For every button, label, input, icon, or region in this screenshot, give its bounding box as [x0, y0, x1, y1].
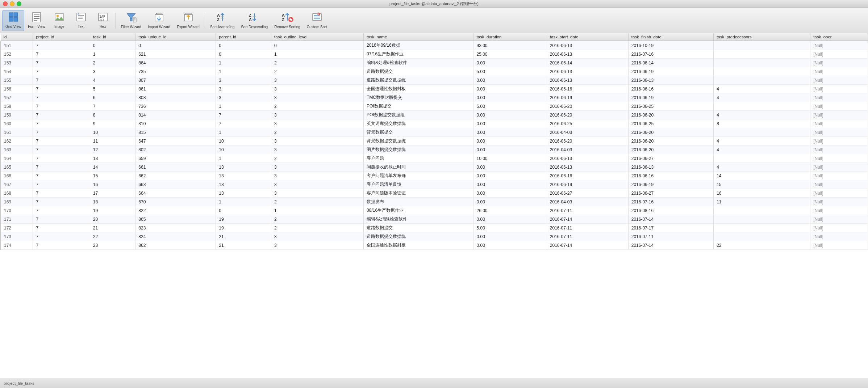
table-cell: 1 — [216, 102, 271, 111]
import-wizard-icon — [154, 12, 164, 24]
table-cell: 2016-06-20 — [547, 137, 628, 146]
table-cell: 162 — [1, 137, 33, 146]
table-cell: 全国连通性数据封板 — [364, 241, 473, 250]
toolbar-form-view[interactable]: Form View — [25, 10, 48, 31]
table-row[interactable]: 1557480733道路数据提交数据统0.002016-06-132016-06… — [1, 76, 868, 85]
close-button[interactable] — [3, 1, 8, 6]
table-cell: 0.00 — [473, 119, 547, 128]
remove-sorting-label: Remove Sorting — [274, 25, 300, 29]
table-cell: 7 — [33, 102, 90, 111]
table-row[interactable]: 165714661133问题接收的截止时间0.002016-06-132016-… — [1, 163, 868, 172]
toolbar-import-wizard[interactable]: Import Wizard — [145, 10, 173, 31]
toolbar-filter-wizard[interactable]: Filter Wizard — [118, 10, 144, 31]
table-row[interactable]: 172721823192道路数据提交5.002016-07-112016-07-… — [1, 224, 868, 232]
table-cell: 2016-06-13 — [547, 50, 628, 59]
table-cell: 道路数据提交数据统 — [364, 232, 473, 241]
table-row[interactable]: 152716210107/16生产数据作业25.002016-06-132016… — [1, 50, 868, 59]
toolbar-text[interactable]: A Text — [71, 10, 92, 31]
col-header-project-id[interactable]: project_id — [33, 33, 90, 41]
table-row[interactable]: 1537286412编辑&处理&检查软件0.002016-06-142016-0… — [1, 59, 868, 67]
table-cell: 12 — [90, 146, 135, 154]
col-header-task-id[interactable]: task_id — [90, 33, 135, 41]
col-header-id[interactable]: id — [1, 33, 33, 41]
table-cell — [714, 102, 810, 111]
table-row[interactable]: 16471365912客户问题10.002016-06-132016-06-27… — [1, 154, 868, 163]
toolbar-remove-sorting[interactable]: A Z Remove Sorting — [271, 10, 303, 31]
table-cell: 2016-07-14 — [547, 241, 628, 250]
table-row[interactable]: 16971867012数据发布0.002016-04-032016-07-161… — [1, 198, 868, 206]
col-header-task-duration[interactable]: task_duration — [473, 33, 547, 41]
col-header-task-oper[interactable]: task_oper — [810, 33, 868, 41]
svg-rect-3 — [14, 17, 18, 21]
table-row[interactable]: 1607981073英文词库提交数据统0.002016-06-252016-06… — [1, 119, 868, 128]
table-cell: 08/16生产数据作业 — [364, 206, 473, 215]
toolbar-grid-view[interactable]: Grid View — [2, 10, 24, 31]
table-row[interactable]: 167716663133客户问题清单反馈0.002016-06-192016-0… — [1, 180, 868, 189]
table-row[interactable]: 151700002016年09/16数据93.002016-06-132016-… — [1, 41, 868, 50]
table-cell: 3 — [271, 241, 364, 250]
table-cell: 客户问题清单反馈 — [364, 180, 473, 189]
col-header-task-finish-date[interactable]: task_finish_date — [628, 33, 713, 41]
table-cell: 5.00 — [473, 102, 547, 111]
table-row[interactable]: 163712802103图片数据提交数据统0.002016-04-032016-… — [1, 146, 868, 154]
table-row[interactable]: 166715662133客户问题清单发布确0.002016-06-162016-… — [1, 172, 868, 180]
table-row[interactable]: 1567586133全国连通性数据封板0.002016-06-162016-06… — [1, 85, 868, 93]
table-row[interactable]: 16171081512背景数据提交0.002016-04-032016-06-2… — [1, 128, 868, 137]
data-table-container[interactable]: id project_id task_id task_unique_id par… — [0, 33, 868, 378]
table-cell: 2016-06-27 — [628, 154, 713, 163]
table-cell: 2016-06-16 — [628, 85, 713, 93]
col-header-task-predecessors[interactable]: task_predecessors — [714, 33, 810, 41]
col-header-task-start-date[interactable]: task_start_date — [547, 33, 628, 41]
table-cell: 19 — [216, 224, 271, 232]
table-cell: 客户问题 — [364, 154, 473, 163]
toolbar: Grid View Form View Image — [0, 8, 868, 33]
table-cell: 2016-06-20 — [628, 111, 713, 119]
svg-marker-31 — [184, 13, 192, 14]
table-cell: 2016-06-13 — [547, 154, 628, 163]
table-row[interactable]: 173722824213道路数据提交数据统0.002016-07-112016-… — [1, 232, 868, 241]
table-cell: 2 — [271, 154, 364, 163]
col-header-parent-id[interactable]: parent_id — [216, 33, 271, 41]
export-wizard-icon — [183, 12, 194, 24]
col-header-task-name[interactable]: task_name — [364, 33, 473, 41]
table-cell: 编辑&处理&检查软件 — [364, 215, 473, 224]
col-header-task-outline-level[interactable]: task_outline_level — [271, 33, 364, 41]
table-cell: 5.00 — [473, 224, 547, 232]
table-row[interactable]: 1587773612POI数据提交5.002016-06-202016-06-2… — [1, 102, 868, 111]
maximize-button[interactable] — [17, 1, 21, 6]
table-cell: 2016-06-19 — [628, 93, 713, 102]
minimize-button[interactable] — [10, 1, 14, 6]
table-row[interactable]: 174723862213全国连通性数据封板0.002016-07-142016-… — [1, 241, 868, 250]
toolbar-custom-sort[interactable]: Custom Sort — [304, 10, 330, 31]
col-header-task-unique-id[interactable]: task_unique_id — [135, 33, 216, 41]
table-row[interactable]: 1597881473POI数据提交数据组0.002016-06-202016-0… — [1, 111, 868, 119]
table-cell: 802 — [135, 146, 216, 154]
toolbar-hex[interactable]: 1AF 2B3 Hex — [92, 10, 113, 31]
table-cell: 3 — [271, 93, 364, 102]
table-row[interactable]: 171720865192编辑&处理&检查软件0.002016-07-142016… — [1, 215, 868, 224]
table-cell: 166 — [1, 172, 33, 180]
table-cell: 0.00 — [473, 146, 547, 154]
table-cell: 10.00 — [473, 154, 547, 163]
toolbar-sort-descending[interactable]: Z A Sort Descending — [238, 10, 271, 31]
toolbar-export-wizard[interactable]: Export Wizard — [174, 10, 203, 31]
table-row[interactable]: 1707198220108/16生产数据作业26.002016-07-11201… — [1, 206, 868, 215]
table-row[interactable]: 1547373512道路数据提交5.002016-06-132016-06-19… — [1, 67, 868, 76]
table-row[interactable]: 168717664133客户问题版本验证证0.002016-06-272016-… — [1, 189, 868, 198]
table-cell: 3 — [216, 85, 271, 93]
table-cell: 7 — [33, 50, 90, 59]
table-cell: 0.00 — [473, 172, 547, 180]
toolbar-image[interactable]: Image — [49, 10, 70, 31]
toolbar-sort-ascending[interactable]: A Z Sort Ascending — [207, 10, 237, 31]
table-cell: [Null] — [810, 172, 868, 180]
table-cell: 25.00 — [473, 50, 547, 59]
table-cell: 图片数据提交数据统 — [364, 146, 473, 154]
image-icon — [54, 12, 64, 24]
table-row[interactable]: 162711647103背景数据提交数据统0.002016-06-202016-… — [1, 137, 868, 146]
table-cell: 4 — [714, 163, 810, 172]
table-row[interactable]: 1577680833TMC数据封版提交0.002016-06-192016-06… — [1, 93, 868, 102]
table-cell: 2016-06-25 — [628, 119, 713, 128]
table-cell: 07/16生产数据作业 — [364, 50, 473, 59]
table-cell: 道路数据提交数据统 — [364, 76, 473, 85]
table-cell: 8 — [714, 119, 810, 128]
